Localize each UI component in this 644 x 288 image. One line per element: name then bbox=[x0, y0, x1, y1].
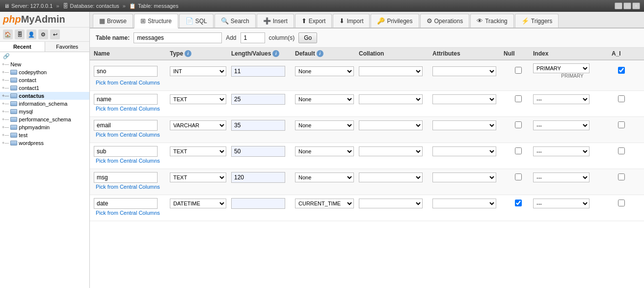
index-select-name[interactable]: ---PRIMARYUNIQUEINDEXFULLTEXT bbox=[533, 94, 590, 104]
minimize-btn[interactable]: _ bbox=[615, 2, 622, 9]
exit-icon[interactable]: ↩ bbox=[50, 29, 60, 39]
type-select-date[interactable]: INTVARCHARTEXTDATETIMEBIGINTDECIMALFLOAT… bbox=[170, 199, 226, 208]
field-name-input-sub[interactable] bbox=[94, 146, 158, 157]
index-select-email[interactable]: ---PRIMARYUNIQUEINDEXFULLTEXT bbox=[533, 120, 590, 130]
sidebar-item-performance_schema[interactable]: +— performance_schema bbox=[0, 115, 89, 123]
pick-central-email[interactable]: Pick from Central Columns bbox=[94, 131, 640, 140]
nav-tab-search[interactable]: 🔍 Search bbox=[215, 14, 256, 28]
sidebar-item-information_schema[interactable]: +— information_schema bbox=[0, 100, 89, 108]
add-columns-input[interactable] bbox=[241, 32, 265, 43]
length-input-email[interactable] bbox=[231, 120, 285, 131]
length-input-msg[interactable] bbox=[231, 172, 285, 183]
length-input-sno[interactable] bbox=[231, 66, 285, 77]
type-select-sub[interactable]: INTVARCHARTEXTDATETIMEBIGINTDECIMALFLOAT… bbox=[170, 146, 226, 156]
attributes-select-name[interactable]: UNSIGNED UNSIGNED ZEROFILL on update CUR… bbox=[432, 94, 496, 104]
length-info-icon[interactable]: i bbox=[272, 50, 279, 57]
nav-tab-tracking[interactable]: 👁 Tracking bbox=[470, 14, 514, 28]
close-btn[interactable]: ✕ bbox=[632, 2, 640, 9]
pick-central-sno[interactable]: Pick from Central Columns bbox=[94, 79, 640, 87]
sidebar-item-test[interactable]: +— test bbox=[0, 131, 89, 139]
nav-tab-triggers[interactable]: ⚡ Triggers bbox=[515, 14, 559, 28]
length-input-date[interactable] bbox=[231, 198, 285, 209]
default-select-name[interactable]: NoneCURRENT_TIMESTAMPNULLas defined: bbox=[295, 94, 354, 104]
pick-central-msg[interactable]: Pick from Central Columns bbox=[94, 183, 640, 192]
default-select-sno[interactable]: NoneCURRENT_TIMESTAMPNULLas defined: bbox=[295, 66, 354, 76]
db-icon[interactable]: 🗄 bbox=[15, 29, 25, 39]
null-checkbox-sno[interactable] bbox=[515, 67, 522, 74]
nav-tab-operations[interactable]: ⚙ Operations bbox=[420, 14, 470, 28]
ai-checkbox-sno[interactable] bbox=[618, 67, 625, 74]
index-select-date[interactable]: ---PRIMARYUNIQUEINDEXFULLTEXT bbox=[533, 199, 590, 208]
sidebar-item-mysql[interactable]: +— mysql bbox=[0, 108, 89, 115]
length-input-sub[interactable] bbox=[231, 146, 285, 157]
field-name-input-email[interactable] bbox=[94, 120, 158, 131]
ai-checkbox-sub[interactable] bbox=[618, 147, 625, 154]
field-name-input-name[interactable] bbox=[94, 94, 158, 105]
length-input-name[interactable] bbox=[231, 94, 285, 105]
field-name-input-sno[interactable] bbox=[94, 66, 158, 77]
pick-central-name[interactable]: Pick from Central Columns bbox=[94, 105, 640, 114]
null-checkbox-msg[interactable] bbox=[515, 173, 522, 180]
index-select-sno[interactable]: ---PRIMARYUNIQUEINDEXFULLTEXT bbox=[533, 63, 590, 73]
nav-tab-export[interactable]: ⬆ Export bbox=[295, 14, 332, 28]
attributes-select-msg[interactable]: UNSIGNED UNSIGNED ZEROFILL on update CUR… bbox=[432, 173, 496, 182]
collation-select-sub[interactable]: utf8_general_ci latin1_swedish_ci bbox=[359, 146, 423, 156]
null-checkbox-name[interactable] bbox=[515, 95, 522, 102]
tab-favorites[interactable]: Favorites bbox=[45, 42, 90, 52]
ai-checkbox-msg[interactable] bbox=[618, 173, 625, 180]
field-name-input-date[interactable] bbox=[94, 198, 158, 209]
ai-checkbox-name[interactable] bbox=[618, 95, 625, 102]
nav-tab-privileges[interactable]: 🔑 Privileges bbox=[371, 14, 419, 28]
attributes-select-date[interactable]: UNSIGNED UNSIGNED ZEROFILL on update CUR… bbox=[432, 199, 496, 208]
browse-label: Browse bbox=[107, 18, 127, 25]
collation-select-sno[interactable]: utf8_general_ci latin1_swedish_ci bbox=[359, 66, 423, 76]
type-select-name[interactable]: INTVARCHARTEXTDATETIMEBIGINTDECIMALFLOAT… bbox=[170, 94, 226, 104]
tab-recent[interactable]: Recent bbox=[0, 42, 45, 52]
collation-select-date[interactable]: utf8_general_ci latin1_swedish_ci bbox=[359, 199, 423, 208]
settings-icon[interactable]: ⚙ bbox=[38, 29, 48, 39]
index-select-sub[interactable]: ---PRIMARYUNIQUEINDEXFULLTEXT bbox=[533, 146, 590, 156]
default-select-sub[interactable]: NoneCURRENT_TIMESTAMPNULLas defined: bbox=[295, 146, 354, 156]
index-select-msg[interactable]: ---PRIMARYUNIQUEINDEXFULLTEXT bbox=[533, 173, 590, 182]
attributes-select-sno[interactable]: UNSIGNED UNSIGNED ZEROFILL on update CUR… bbox=[432, 66, 496, 76]
null-checkbox-date[interactable] bbox=[515, 200, 522, 206]
collation-select-msg[interactable]: utf8_general_ci latin1_swedish_ci bbox=[359, 173, 423, 182]
ai-checkbox-date[interactable] bbox=[618, 200, 625, 206]
sidebar-item-codepython[interactable]: +— codepython bbox=[0, 68, 89, 76]
sidebar-link-icon[interactable]: 🔗 bbox=[0, 52, 89, 60]
type-info-icon[interactable]: i bbox=[185, 50, 191, 57]
nav-tab-browse[interactable]: ▦ Browse bbox=[93, 14, 133, 28]
attributes-select-email[interactable]: UNSIGNED UNSIGNED ZEROFILL on update CUR… bbox=[432, 120, 496, 130]
pick-central-date[interactable]: Pick from Central Columns bbox=[94, 209, 640, 218]
user-icon[interactable]: 👤 bbox=[27, 29, 36, 39]
sidebar-item-contact[interactable]: +— contact bbox=[0, 76, 89, 84]
sidebar-item-wordpress[interactable]: +— wordpress bbox=[0, 139, 89, 147]
type-select-sno[interactable]: INTVARCHARTEXTDATETIMEBIGINTDECIMALFLOAT… bbox=[170, 66, 226, 76]
home-icon[interactable]: 🏠 bbox=[3, 29, 13, 39]
type-select-msg[interactable]: INTVARCHARTEXTDATETIMEBIGINTDECIMALFLOAT… bbox=[170, 173, 226, 182]
collation-select-email[interactable]: utf8_general_ci latin1_swedish_ci bbox=[359, 120, 423, 130]
attributes-select-sub[interactable]: UNSIGNED UNSIGNED ZEROFILL on update CUR… bbox=[432, 146, 496, 156]
default-select-msg[interactable]: NoneCURRENT_TIMESTAMPNULLas defined: bbox=[295, 173, 354, 182]
field-name-input-msg[interactable] bbox=[94, 172, 158, 183]
sidebar-item-contactus[interactable]: +— contactus bbox=[0, 92, 89, 100]
default-select-date[interactable]: NoneCURRENT_TIMESTAMPCURRENT_TIMENULL bbox=[295, 199, 354, 208]
table-name-input[interactable] bbox=[134, 32, 222, 43]
nav-tab-sql[interactable]: 📄 SQL bbox=[179, 14, 214, 28]
go-button[interactable]: Go bbox=[298, 32, 317, 43]
null-checkbox-sub[interactable] bbox=[515, 147, 522, 154]
pick-central-sub[interactable]: Pick from Central Columns bbox=[94, 157, 640, 166]
collation-select-name[interactable]: utf8_general_ci latin1_swedish_ci bbox=[359, 94, 423, 104]
nav-tab-insert[interactable]: ➕ Insert bbox=[257, 14, 294, 28]
default-info-icon[interactable]: i bbox=[317, 50, 323, 57]
ai-checkbox-email[interactable] bbox=[618, 121, 625, 128]
null-checkbox-email[interactable] bbox=[515, 121, 522, 128]
type-select-email[interactable]: INTVARCHARTEXTDATETIMEBIGINTDECIMALFLOAT… bbox=[170, 120, 226, 130]
sidebar-item-phpmyadmin[interactable]: +— phpmyadmin bbox=[0, 123, 89, 131]
sidebar-item-new[interactable]: +— New bbox=[0, 60, 89, 68]
nav-tab-structure[interactable]: ⊞ Structure bbox=[134, 14, 178, 29]
nav-tab-import[interactable]: ⬇ Import bbox=[333, 14, 370, 28]
default-select-email[interactable]: NoneCURRENT_TIMESTAMPNULLas defined: bbox=[295, 120, 354, 130]
sidebar-item-contact1[interactable]: +— contact1 bbox=[0, 84, 89, 92]
maximize-btn[interactable]: □ bbox=[623, 2, 631, 9]
